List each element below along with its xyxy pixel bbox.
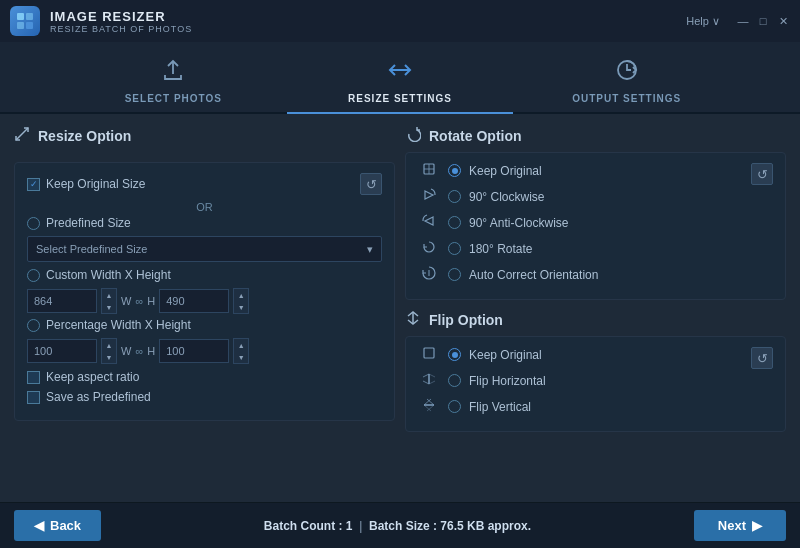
pw-down-button[interactable]: ▼ [102, 351, 116, 363]
predefined-size-radio[interactable] [27, 217, 40, 230]
flip-keep-icon [418, 345, 440, 364]
select-photos-icon [160, 57, 186, 89]
batch-size-label: Batch Size : [369, 519, 437, 533]
rotate-option-header: Rotate Option [405, 126, 786, 146]
pw-label: W [121, 345, 131, 357]
height-down-button[interactable]: ▼ [234, 301, 248, 313]
tab-select-photos[interactable]: SELECT PHOTOS [60, 47, 287, 112]
keep-aspect-checkbox[interactable] [27, 371, 40, 384]
ph-label: H [147, 345, 155, 357]
close-button[interactable]: ✕ [776, 14, 790, 28]
custom-wh-radio[interactable] [27, 269, 40, 282]
h-label: H [147, 295, 155, 307]
flip-option-section: Flip Option Keep Original [405, 310, 786, 432]
height-stepper[interactable]: ▲ ▼ [233, 288, 249, 314]
footer-info: Batch Count : 1 | Batch Size : 76.5 KB a… [101, 519, 694, 533]
flip-horizontal-label: Flip Horizontal [469, 374, 546, 388]
flip-horizontal-icon [418, 371, 440, 390]
tab-output-settings[interactable]: OUTPUT SETTINGS [513, 47, 740, 112]
rotate-auto-radio[interactable] [448, 268, 461, 281]
flip-keep-original-label: Keep Original [469, 348, 542, 362]
flip-horizontal-radio[interactable] [448, 374, 461, 387]
rotate-keep-original-radio[interactable] [448, 164, 461, 177]
next-arrow-icon: ▶ [752, 518, 762, 533]
height-input[interactable]: 490 [159, 289, 229, 313]
ph-down-button[interactable]: ▼ [234, 351, 248, 363]
resize-option-icon [14, 126, 30, 146]
rotate-180-radio[interactable] [448, 242, 461, 255]
flip-keep-original-row: Keep Original [418, 345, 751, 364]
width-input[interactable]: 864 [27, 289, 97, 313]
svg-rect-2 [17, 22, 24, 29]
resize-reset-button[interactable]: ↺ [360, 173, 382, 195]
keep-original-size-label: Keep Original Size [46, 177, 145, 191]
percent-h-input[interactable]: 100 [159, 339, 229, 363]
flip-vertical-radio[interactable] [448, 400, 461, 413]
flip-option-box: Keep Original Flip Horiz [405, 336, 786, 432]
pw-up-button[interactable]: ▲ [102, 339, 116, 351]
rotate-90acw-row: 90° Anti-Clockwise [418, 213, 751, 232]
main-content: Resize Option Keep Original Size ↺ OR Pr… [0, 114, 800, 502]
percent-wh-inputs: 100 ▲ ▼ W ∞ H 100 ▲ ▼ [27, 338, 382, 364]
app-subtitle: RESIZE BATCH OF PHOTOS [50, 24, 686, 34]
app-title: IMAGE RESIZER [50, 9, 686, 24]
output-settings-icon [614, 57, 640, 89]
batch-size-value: 76.5 KB approx. [440, 519, 531, 533]
rotate-90acw-radio[interactable] [448, 216, 461, 229]
percent-w-stepper[interactable]: ▲ ▼ [101, 338, 117, 364]
rotate-90acw-label: 90° Anti-Clockwise [469, 216, 569, 230]
resize-option-header: Resize Option [14, 126, 395, 146]
maximize-button[interactable]: □ [756, 14, 770, 28]
percent-w-input[interactable]: 100 [27, 339, 97, 363]
keep-original-size-row: Keep Original Size ↺ [27, 173, 382, 195]
tab-select-photos-label: SELECT PHOTOS [125, 93, 222, 104]
height-up-button[interactable]: ▲ [234, 289, 248, 301]
save-predefined-label: Save as Predefined [46, 390, 151, 404]
percent-wh-radio[interactable] [27, 319, 40, 332]
width-down-button[interactable]: ▼ [102, 301, 116, 313]
ph-up-button[interactable]: ▲ [234, 339, 248, 351]
minimize-button[interactable]: — [736, 14, 750, 28]
predefined-size-select[interactable]: Select Predefined Size ▾ [27, 236, 382, 262]
app-logo [10, 6, 40, 36]
tab-resize-settings[interactable]: RESIZE SETTINGS [287, 47, 514, 112]
width-up-button[interactable]: ▲ [102, 289, 116, 301]
rotate-180-icon [418, 239, 440, 258]
select-arrow-icon: ▾ [367, 243, 373, 256]
svg-rect-13 [424, 348, 434, 358]
panel-left: Resize Option Keep Original Size ↺ OR Pr… [14, 126, 395, 490]
rotate-90cw-row: 90° Clockwise [418, 187, 751, 206]
resize-settings-icon [387, 57, 413, 89]
rotate-auto-row: Auto Correct Orientation [418, 265, 751, 284]
percent-h-stepper[interactable]: ▲ ▼ [233, 338, 249, 364]
flip-vertical-row: Flip Vertical [418, 397, 751, 416]
footer: ◀ Back Batch Count : 1 | Batch Size : 76… [0, 502, 800, 548]
rotate-option-box: Keep Original 90° Clockwise [405, 152, 786, 300]
rotate-90cw-icon [418, 187, 440, 206]
rotate-reset-button[interactable]: ↺ [751, 163, 773, 185]
rotate-90acw-icon [418, 213, 440, 232]
rotate-keep-original-label: Keep Original [469, 164, 542, 178]
back-button[interactable]: ◀ Back [14, 510, 101, 541]
svg-line-7 [16, 128, 28, 140]
help-button[interactable]: Help ∨ [686, 15, 720, 28]
rotate-90cw-radio[interactable] [448, 190, 461, 203]
rotate-auto-icon [418, 265, 440, 284]
custom-wh-inputs: 864 ▲ ▼ W ∞ H 490 ▲ ▼ [27, 288, 382, 314]
keep-original-size-checkbox[interactable] [27, 178, 40, 191]
flip-keep-original-radio[interactable] [448, 348, 461, 361]
tabs-bar: SELECT PHOTOS RESIZE SETTINGS OUTPUT SET… [0, 42, 800, 114]
rotate-option-title: Rotate Option [429, 128, 522, 144]
batch-count-value: 1 [346, 519, 353, 533]
rotate-90cw-label: 90° Clockwise [469, 190, 545, 204]
flip-option-header: Flip Option [405, 310, 786, 330]
panel-right: Rotate Option [405, 126, 786, 490]
next-button[interactable]: Next ▶ [694, 510, 786, 541]
save-predefined-checkbox[interactable] [27, 391, 40, 404]
keep-aspect-label: Keep aspect ratio [46, 370, 139, 384]
predefined-size-label: Predefined Size [46, 216, 131, 230]
flip-reset-button[interactable]: ↺ [751, 347, 773, 369]
save-predefined-row: Save as Predefined [27, 390, 382, 404]
svg-rect-1 [26, 13, 33, 20]
width-stepper[interactable]: ▲ ▼ [101, 288, 117, 314]
